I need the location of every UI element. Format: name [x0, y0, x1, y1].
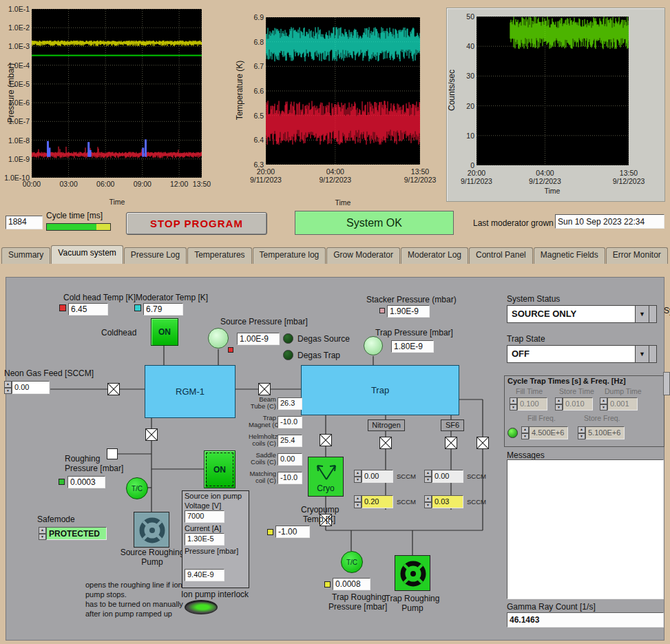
cryopump-temp-label2: Temp [K]	[303, 515, 335, 524]
flow-3-decrement[interactable]: ▼	[354, 502, 362, 509]
system-status-dropdown[interactable]: SOURCE ONLY ▼	[507, 305, 657, 323]
safemode-label: Safemode	[37, 515, 75, 524]
trap-state-dropdown[interactable]: OFF ▼	[507, 345, 657, 363]
flow-4-field[interactable]: 0.03	[432, 495, 463, 508]
flow-4-increment[interactable]: ▲	[424, 495, 432, 502]
neon-gas-feed-field[interactable]: 0.00	[12, 381, 50, 394]
roughing-note-line2: pump stops.	[85, 590, 127, 599]
moderator-temp-value: 6.79	[143, 303, 183, 315]
store-time-spinner[interactable]: ▲▼0.010	[555, 397, 593, 411]
dropdown-side-strip	[649, 345, 657, 363]
tab-grow-moderator[interactable]: Grow Moderator	[326, 247, 400, 264]
chevron-down-icon[interactable]: ▼	[636, 305, 649, 323]
ion-pump-on-button[interactable]: ON	[204, 450, 235, 488]
tab-pressure-log[interactable]: Pressure Log	[124, 247, 187, 264]
trap-pressure-label: Trap Pressure [mbar]	[375, 328, 453, 337]
counts-history-chart	[477, 17, 629, 165]
ion-pump-current-label: Current [A]	[185, 524, 221, 532]
cycle-trap-led[interactable]	[507, 428, 518, 438]
tc-trap-icon: T/C	[341, 551, 363, 573]
degas-trap-led[interactable]	[283, 350, 293, 360]
dump-time-spinner[interactable]: ▲▼0.001	[600, 397, 638, 411]
coldhead-on-button[interactable]: ON	[151, 318, 178, 346]
store-freq-decrement[interactable]: ▼	[578, 433, 585, 440]
flow-3-increment[interactable]: ▲	[354, 495, 362, 502]
safemode-decrement[interactable]: ▼	[39, 534, 46, 541]
neon-gas-feed-decrement[interactable]: ▼	[4, 388, 12, 395]
counts-xaxis-label: Time	[532, 187, 573, 195]
source-roughing-pump-icon	[134, 512, 169, 548]
neon-gas-feed-increment[interactable]: ▲	[4, 381, 12, 388]
store-time-field[interactable]: 0.010	[563, 397, 593, 411]
flow-4-decrement[interactable]: ▼	[424, 502, 432, 509]
tab-temperature-log[interactable]: Temperature log	[253, 247, 326, 264]
dump-time-decrement[interactable]: ▼	[600, 404, 607, 411]
last-moderator-label: Last moderator grown	[473, 218, 554, 228]
flow-2-field[interactable]: 0.00	[432, 470, 463, 483]
x-tick-date-label: 9/12/2023	[315, 176, 356, 184]
clipped-scrollbar[interactable]	[663, 372, 670, 395]
ion-pump-interlock-led[interactable]	[185, 600, 218, 614]
fill-time-decrement[interactable]: ▼	[510, 404, 517, 411]
temperature-xaxis-label: Time	[322, 198, 364, 207]
tab-vacuum-system[interactable]: Vacuum system	[51, 245, 123, 264]
tab-magnetic-fields[interactable]: Magnetic Fields	[534, 247, 605, 264]
x-tick-date-label: 9/12/2023	[399, 176, 441, 184]
trap-pressure-value: 1.80E-9	[391, 340, 434, 353]
cold-head-temp-indicator	[59, 304, 66, 311]
store-freq-field[interactable]: 5.100E+6	[585, 426, 625, 439]
gamma-count-value: 46.1463	[507, 612, 664, 627]
flow-3-field[interactable]: 0.20	[362, 495, 393, 508]
y-tick-label: 1.0E-3	[2, 42, 30, 50]
last-moderator-value: Sun 10 Sep 2023 22:34	[555, 214, 664, 229]
fill-time-increment[interactable]: ▲	[510, 397, 517, 404]
coil-label: Matchingcoil (C)	[249, 470, 276, 484]
fill-freq-decrement[interactable]: ▼	[521, 433, 529, 440]
tab-moderator-log[interactable]: Moderator Log	[401, 247, 468, 264]
y-tick-label: 6.9	[246, 13, 264, 21]
flow-3-spinner[interactable]: ▲▼0.20	[354, 495, 393, 508]
flow-1-decrement[interactable]: ▼	[354, 477, 362, 484]
fill-freq-increment[interactable]: ▲	[521, 426, 529, 433]
chevron-down-icon[interactable]: ▼	[636, 345, 649, 363]
tab-error-monitor[interactable]: Error Monitor	[606, 247, 668, 264]
dump-time-increment[interactable]: ▲	[600, 397, 607, 404]
tab-summary[interactable]: Summary	[1, 247, 50, 264]
coil-value: -10.0	[278, 472, 302, 484]
degas-source-led[interactable]	[283, 333, 293, 344]
safemode-field[interactable]: PROTECTED	[46, 527, 107, 540]
trap-vessel: Trap	[301, 365, 459, 415]
store-time-increment[interactable]: ▲	[555, 397, 563, 404]
flow-4-spinner[interactable]: ▲▼0.03	[424, 495, 463, 508]
fill-time-spinner[interactable]: ▲▼0.100	[510, 397, 547, 411]
store-time-decrement[interactable]: ▼	[555, 404, 563, 411]
messages-box[interactable]	[507, 459, 664, 599]
fill-freq-field[interactable]: 4.500E+6	[529, 426, 568, 439]
flow-1-spinner[interactable]: ▲▼0.00	[354, 470, 393, 483]
dump-time-field[interactable]: 0.001	[607, 397, 638, 411]
coil-label: Helmholtzcoils (C)	[249, 433, 276, 447]
flow-2-decrement[interactable]: ▼	[424, 477, 432, 484]
tab-bar: SummaryVacuum systemPressure LogTemperat…	[1, 247, 668, 264]
flow-1-increment[interactable]: ▲	[354, 470, 362, 477]
tab-temperatures[interactable]: Temperatures	[187, 247, 251, 264]
source-pressure-value: 1.00E-9	[237, 333, 280, 345]
x-tick-label: 00:00	[20, 180, 43, 188]
safemode-increment[interactable]: ▲	[39, 527, 46, 534]
x-tick-label: 12:00	[167, 180, 191, 188]
cold-head-temp-label: Cold head Temp [K]	[63, 293, 136, 302]
neon-gas-feed-spinner[interactable]: ▲▼0.00	[4, 381, 50, 394]
x-tick-label: 20:00	[245, 167, 286, 176]
flow-2-spinner[interactable]: ▲▼0.00	[424, 470, 463, 483]
trap-roughing-pressure-indicator	[324, 581, 331, 588]
fill-freq-spinner[interactable]: ▲▼4.500E+6	[521, 426, 568, 439]
store-freq-increment[interactable]: ▲	[578, 426, 585, 433]
tab-control-panel[interactable]: Control Panel	[469, 247, 533, 264]
cryopump-temp-label1: Cryopump	[301, 505, 339, 515]
fill-time-field[interactable]: 0.100	[517, 397, 547, 411]
stop-program-button[interactable]: STOP PROGRAM	[126, 212, 267, 235]
flow-2-increment[interactable]: ▲	[424, 470, 432, 477]
safemode-spinner[interactable]: ▲▼PROTECTED	[39, 527, 107, 540]
flow-1-field[interactable]: 0.00	[362, 470, 393, 483]
store-freq-spinner[interactable]: ▲▼5.100E+6	[578, 426, 625, 439]
